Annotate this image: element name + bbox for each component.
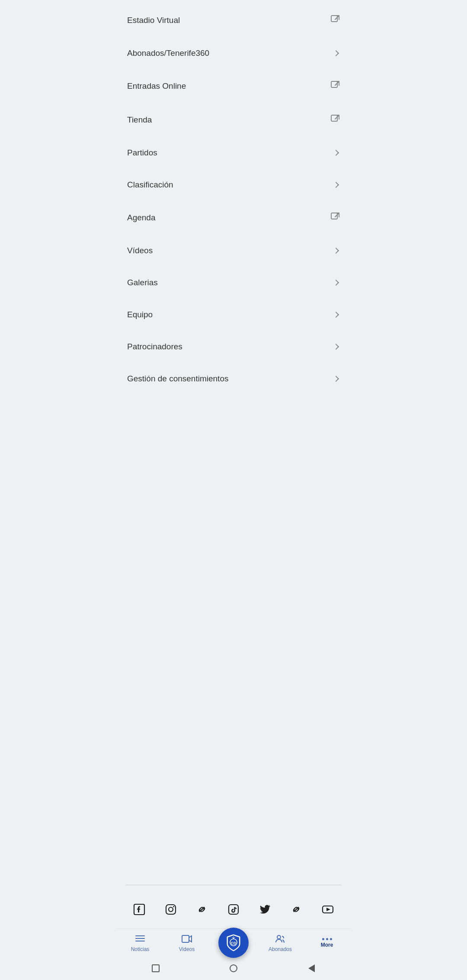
- menu-item-label-galerias: Galerias: [127, 278, 158, 287]
- menu-item-tienda[interactable]: Tienda: [117, 103, 350, 137]
- menu-item-label-videos: Vídeos: [127, 246, 153, 255]
- svg-rect-18: [182, 935, 189, 942]
- youtube-icon[interactable]: [319, 901, 336, 918]
- chevron-right-icon: [334, 49, 340, 57]
- chevron-right-icon: [334, 149, 340, 157]
- menu-item-entradas-online[interactable]: Entradas Online: [117, 69, 350, 103]
- menu-item-patrocinadores[interactable]: Patrocinadores: [117, 331, 350, 363]
- chevron-right-icon: [334, 247, 340, 255]
- menu-item-label-abonados-tenerife360: Abonados/Tenerife360: [127, 48, 209, 58]
- nav-videos-label: Videos: [179, 946, 195, 952]
- nav-more-label: More: [321, 942, 333, 948]
- chevron-right-icon: [334, 375, 340, 383]
- external-link-icon: [330, 81, 340, 92]
- menu-item-agenda[interactable]: Agenda: [117, 201, 350, 235]
- tiktok-icon[interactable]: [225, 901, 242, 918]
- menu-item-videos[interactable]: Vídeos: [117, 235, 350, 267]
- menu-item-gestion-consentimientos[interactable]: Gestión de consentimientos: [117, 363, 350, 395]
- system-square-button[interactable]: [151, 964, 160, 973]
- divider: [125, 885, 342, 885]
- system-back-button[interactable]: [307, 964, 316, 973]
- twitter-icon[interactable]: [256, 901, 274, 918]
- menu-item-label-clasificacion: Clasificación: [127, 180, 173, 190]
- menu-list: Estadio Virtual Abonados/Tenerife360Entr…: [117, 0, 350, 880]
- system-nav-bar: [117, 958, 350, 980]
- menu-item-abonados-tenerife360[interactable]: Abonados/Tenerife360: [117, 37, 350, 69]
- external-link-icon: [330, 212, 340, 223]
- nav-abonados[interactable]: Abonados: [257, 933, 304, 952]
- nav-more[interactable]: More: [304, 938, 350, 948]
- menu-item-clasificacion[interactable]: Clasificación: [117, 169, 350, 201]
- instagram-icon[interactable]: [162, 901, 179, 918]
- nav-noticias[interactable]: Noticias: [117, 933, 163, 952]
- more-icon: [322, 938, 332, 940]
- nav-abonados-label: Abonados: [269, 946, 292, 952]
- menu-item-partidos[interactable]: Partidos: [117, 137, 350, 169]
- link2-icon[interactable]: [288, 901, 305, 918]
- chevron-right-icon: [334, 343, 340, 351]
- link1-icon[interactable]: [193, 901, 211, 918]
- menu-item-label-agenda: Agenda: [127, 213, 156, 222]
- menu-item-label-entradas-online: Entradas Online: [127, 81, 186, 91]
- chevron-right-icon: [334, 181, 340, 189]
- chevron-right-icon: [334, 279, 340, 287]
- chevron-right-icon: [334, 311, 340, 319]
- social-bar: [117, 890, 350, 928]
- menu-item-label-estadio-virtual: Estadio Virtual: [127, 16, 180, 25]
- svg-rect-9: [166, 905, 176, 914]
- menu-item-equipo[interactable]: Equipo: [117, 299, 350, 331]
- svg-point-11: [173, 906, 174, 907]
- external-link-icon: [330, 15, 340, 26]
- menu-item-label-patrocinadores: Patrocinadores: [127, 342, 182, 351]
- nav-center-fab[interactable]: CD: [210, 941, 257, 945]
- club-logo-button[interactable]: CD: [218, 928, 249, 958]
- facebook-icon[interactable]: [131, 901, 148, 918]
- menu-item-estadio-virtual[interactable]: Estadio Virtual: [117, 3, 350, 37]
- menu-item-label-partidos: Partidos: [127, 148, 157, 158]
- bottom-nav: Noticias Videos CD: [117, 928, 350, 958]
- menu-item-label-gestion-consentimientos: Gestión de consentimientos: [127, 374, 228, 384]
- svg-point-21: [277, 935, 281, 939]
- svg-point-10: [169, 907, 173, 912]
- system-home-button[interactable]: [229, 964, 238, 973]
- menu-item-label-tienda: Tienda: [127, 115, 152, 125]
- menu-item-galerias[interactable]: Galerias: [117, 267, 350, 299]
- external-link-icon: [330, 114, 340, 126]
- nav-noticias-label: Noticias: [131, 946, 150, 952]
- menu-item-label-equipo: Equipo: [127, 310, 153, 319]
- nav-videos[interactable]: Videos: [163, 933, 210, 952]
- svg-marker-14: [326, 908, 330, 911]
- svg-text:CD: CD: [231, 941, 237, 945]
